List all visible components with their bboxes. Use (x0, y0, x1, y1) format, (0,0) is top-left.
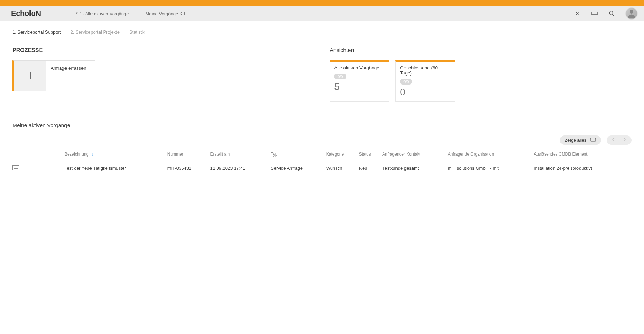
col-erstellt-am[interactable]: Erstellt am (210, 148, 271, 160)
cell-erstellt-am: 11.09.2023 17:41 (210, 160, 271, 176)
pager (607, 135, 632, 145)
table-row[interactable]: Test der neue Tätigkeitsmuster mIT-03543… (12, 160, 632, 176)
processes-title: PROZESSE (12, 47, 316, 53)
sort-arrow-down-icon: ↓ (91, 152, 93, 157)
breadcrumb: SP - Alle aktiven Vorgänge Meine Vorgäng… (76, 11, 185, 16)
cell-status: Neu (359, 160, 382, 176)
views-title: Ansichten (330, 47, 632, 53)
svg-rect-2 (590, 138, 596, 141)
cell-bezeichnung: Test der neue Tätigkeitsmuster (64, 160, 167, 176)
header-actions (575, 7, 638, 20)
cell-organisation: mIT solutions GmbH - mit (448, 160, 534, 176)
col-nummer[interactable]: Nummer (167, 148, 210, 160)
search-icon[interactable] (609, 10, 615, 17)
close-icon[interactable] (575, 11, 580, 16)
breadcrumb-item-1[interactable]: Meine Vorgänge Kd (145, 11, 185, 16)
view-card-count: 0 (400, 87, 451, 98)
cell-kategorie: Wunsch (326, 160, 359, 176)
process-card-anfrage-erfassen[interactable]: Anfrage erfassen (12, 60, 95, 91)
col-kategorie[interactable]: Kategorie (326, 148, 359, 160)
tabs: 1. Serviceportal Support 2. Serviceporta… (0, 21, 644, 35)
app-logo[interactable]: EcholoN (11, 9, 41, 18)
col-cmdb[interactable]: Auslösendes CMDB Element (534, 148, 632, 160)
view-card-geschlossene[interactable]: Geschlossene (60 Tage) 0/0 0 (395, 60, 455, 102)
cell-cmdb: Installation 24-pre (produktiv) (534, 160, 632, 176)
svg-point-0 (609, 11, 613, 15)
expand-icon (590, 138, 596, 143)
tab-statistik[interactable]: Statistik (129, 29, 145, 35)
cell-nummer: mIT-035431 (167, 160, 210, 176)
view-card-aktive-vorgaenge[interactable]: Alle aktiven Vorgänge 0/0 5 (330, 60, 389, 102)
show-all-button[interactable]: Zeige alles (560, 135, 601, 145)
tab-serviceportal-projekte[interactable]: 2. Serviceportal Projekte (70, 29, 120, 35)
col-bezeichnung[interactable]: Bezeichnung ↓ (64, 148, 167, 160)
view-card-badge: 0/0 (334, 74, 346, 79)
view-card-badge: 0/0 (400, 79, 412, 85)
view-card-title: Alle aktiven Vorgänge (334, 65, 385, 70)
table-section-title: Meine aktiven Vorgänge (12, 122, 632, 129)
breadcrumb-item-0[interactable]: SP - Alle aktiven Vorgänge (76, 11, 129, 16)
prev-page-icon[interactable] (612, 138, 615, 143)
col-kontakt[interactable]: Anfragender Kontakt (382, 148, 448, 160)
top-accent-strip (0, 0, 644, 6)
svg-point-1 (630, 10, 633, 14)
show-all-label: Zeige alles (565, 138, 586, 143)
col-status[interactable]: Status (359, 148, 382, 160)
space-icon[interactable] (591, 11, 598, 16)
view-card-count: 5 (334, 81, 385, 93)
tab-serviceportal-support[interactable]: 1. Serviceportal Support (12, 29, 61, 35)
avatar[interactable] (625, 7, 638, 20)
header-bar: EcholoN SP - Alle aktiven Vorgänge Meine… (0, 6, 644, 21)
cell-typ: Service Anfrage (271, 160, 326, 176)
col-organisation[interactable]: Anfragende Organisation (448, 148, 534, 160)
col-typ[interactable]: Typ (271, 148, 326, 160)
view-card-title: Geschlossene (60 Tage) (400, 65, 451, 76)
next-page-icon[interactable] (623, 138, 626, 143)
process-card-label: Anfrage erfassen (46, 61, 95, 91)
row-details-icon[interactable] (12, 165, 19, 170)
table-toolbar: Zeige alles (12, 135, 632, 145)
plus-icon (14, 61, 46, 91)
data-table: Bezeichnung ↓ Nummer Erstellt am Typ Kat… (12, 148, 632, 176)
cell-kontakt: Testkunde gesamt (382, 160, 448, 176)
